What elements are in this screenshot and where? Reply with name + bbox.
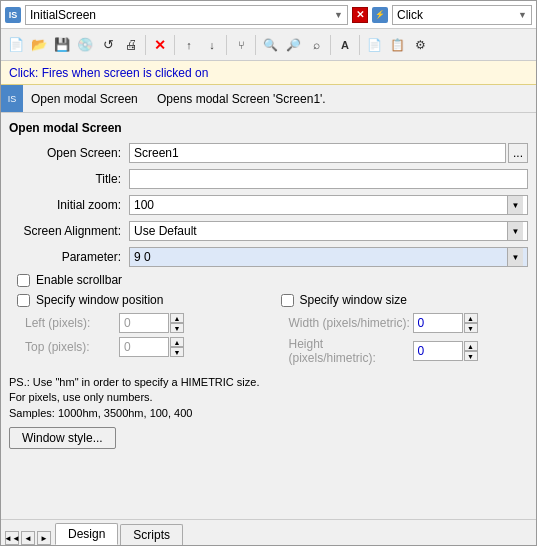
initial-zoom-label: Initial zoom:: [9, 198, 129, 212]
event-dropdown[interactable]: Click ▼: [392, 5, 532, 25]
height-down[interactable]: ▼: [464, 351, 478, 361]
two-col-checkboxes: Specify window position Left (pixels): ▲…: [9, 293, 528, 369]
screen-icon: IS: [5, 7, 21, 23]
title-bar-right: ⚡ Click ▼: [372, 5, 532, 25]
enable-scrollbar-checkbox[interactable]: [17, 274, 30, 287]
toolbar-delete-btn[interactable]: ✕: [149, 34, 171, 56]
sep3: [226, 35, 227, 55]
specify-window-size-checkbox[interactable]: [281, 294, 294, 307]
toolbar-refresh-btn[interactable]: ↺: [97, 34, 119, 56]
delete-icon: ✕: [154, 37, 166, 53]
left-pixels-label: Left (pixels):: [9, 316, 119, 330]
width-spinbox: ▲ ▼: [464, 313, 478, 333]
screen-alignment-label: Screen Alignment:: [9, 224, 129, 238]
title-text-field[interactable]: [134, 172, 523, 186]
toolbar-print-btn[interactable]: 🖨: [120, 34, 142, 56]
toolbar-down-btn[interactable]: ↓: [201, 34, 223, 56]
open-screen-row: Open Screen: Screen1 ...: [9, 143, 528, 163]
doc-icon: 📄: [367, 38, 382, 52]
specify-window-position-label: Specify window position: [36, 293, 163, 307]
tab-scripts[interactable]: Scripts: [120, 524, 183, 545]
screen-dropdown-arrow: ▼: [334, 10, 343, 20]
parameter-row: Parameter: 9 0 ▼: [9, 247, 528, 267]
initial-zoom-arrow[interactable]: ▼: [507, 196, 523, 214]
toolbar-settings-btn[interactable]: ⚙: [409, 34, 431, 56]
parameter-arrow[interactable]: ▼: [507, 248, 523, 266]
top-pixels-down[interactable]: ▼: [170, 347, 184, 357]
toolbar-save-btn[interactable]: 💾: [51, 34, 73, 56]
event-icon: ⚡: [372, 7, 388, 23]
save-icon: 💾: [54, 37, 70, 52]
left-pixels-up[interactable]: ▲: [170, 313, 184, 323]
branch-icon: ⑂: [238, 39, 245, 51]
find2-icon: 🔎: [286, 38, 301, 52]
specify-window-size-row: Specify window size: [273, 293, 529, 307]
toolbar-find-btn[interactable]: 🔍: [259, 34, 281, 56]
open-screen-input[interactable]: Screen1: [129, 143, 506, 163]
width-input[interactable]: [413, 313, 463, 333]
width-up[interactable]: ▲: [464, 313, 478, 323]
parameter-label: Parameter:: [9, 250, 129, 264]
specify-window-position-checkbox[interactable]: [17, 294, 30, 307]
toolbar-doc2-btn[interactable]: 📋: [386, 34, 408, 56]
up-icon: ↑: [186, 39, 192, 51]
toolbar-new-btn[interactable]: 📄: [5, 34, 27, 56]
close-button[interactable]: ✕: [352, 7, 368, 23]
left-pixels-input[interactable]: [119, 313, 169, 333]
initial-zoom-row: Initial zoom: 100 ▼: [9, 195, 528, 215]
toolbar-text-btn[interactable]: A: [334, 34, 356, 56]
toolbar-save2-btn[interactable]: 💿: [74, 34, 96, 56]
open-screen-dots-button[interactable]: ...: [508, 143, 528, 163]
tab-nav-first[interactable]: ◄◄: [5, 531, 19, 545]
refresh-icon: ↺: [103, 37, 114, 52]
sep6: [359, 35, 360, 55]
screen-alignment-select[interactable]: Use Default ▼: [129, 221, 528, 241]
screen-alignment-arrow[interactable]: ▼: [507, 222, 523, 240]
bottom-tabs: ◄◄ ◄ ► Design Scripts: [1, 519, 536, 545]
action-label: Open modal Screen: [23, 92, 153, 106]
height-spinbox: ▲ ▼: [464, 341, 478, 361]
action-icon: IS: [1, 85, 23, 112]
toolbar-find3-btn[interactable]: ⌕: [305, 34, 327, 56]
height-up[interactable]: ▲: [464, 341, 478, 351]
window-style-button[interactable]: Window style...: [9, 427, 116, 449]
tab-nav-prev[interactable]: ◄: [21, 531, 35, 545]
toolbar-up-btn[interactable]: ↑: [178, 34, 200, 56]
sep1: [145, 35, 146, 55]
note-box: PS.: Use "hm" in order to specify a HIME…: [9, 375, 528, 421]
main-content: Open modal Screen Open Screen: Screen1 .…: [1, 113, 536, 519]
event-dropdown-arrow: ▼: [518, 10, 527, 20]
note-text: PS.: Use "hm" in order to specify a HIME…: [9, 376, 260, 419]
find-icon: 🔍: [263, 38, 278, 52]
status-text: Click: Fires when screen is clicked on: [9, 66, 208, 80]
width-row: Width (pixels/himetric): ▲ ▼: [273, 313, 529, 333]
tab-nav-next[interactable]: ►: [37, 531, 51, 545]
sep5: [330, 35, 331, 55]
width-down[interactable]: ▼: [464, 323, 478, 333]
toolbar: 📄 📂 💾 💿 ↺ 🖨 ✕ ↑ ↓ ⑂: [1, 29, 536, 61]
specify-window-size-label: Specify window size: [300, 293, 407, 307]
print-icon: 🖨: [125, 37, 138, 52]
toolbar-open-btn[interactable]: 📂: [28, 34, 50, 56]
enable-scrollbar-row: Enable scrollbar: [9, 273, 528, 287]
title-input[interactable]: [129, 169, 528, 189]
col-left: Specify window position Left (pixels): ▲…: [9, 293, 265, 369]
toolbar-branch-btn[interactable]: ⑂: [230, 34, 252, 56]
toolbar-find2-btn[interactable]: 🔎: [282, 34, 304, 56]
top-pixels-input[interactable]: [119, 337, 169, 357]
left-pixels-down[interactable]: ▼: [170, 323, 184, 333]
open-screen-label: Open Screen:: [9, 146, 129, 160]
toolbar-doc-btn[interactable]: 📄: [363, 34, 385, 56]
initial-zoom-select[interactable]: 100 ▼: [129, 195, 528, 215]
height-input[interactable]: [413, 341, 463, 361]
screen-alignment-row: Screen Alignment: Use Default ▼: [9, 221, 528, 241]
left-pixels-spinbox: ▲ ▼: [170, 313, 184, 333]
parameter-input[interactable]: 9 0 ▼: [129, 247, 528, 267]
tab-design[interactable]: Design: [55, 523, 118, 545]
tab-nav-arrows: ◄◄ ◄ ►: [5, 531, 51, 545]
top-pixels-label: Top (pixels):: [9, 340, 119, 354]
screen-dropdown[interactable]: InitialScreen ▼: [25, 5, 348, 25]
title-label: Title:: [9, 172, 129, 186]
col-right: Specify window size Width (pixels/himetr…: [273, 293, 529, 369]
top-pixels-up[interactable]: ▲: [170, 337, 184, 347]
